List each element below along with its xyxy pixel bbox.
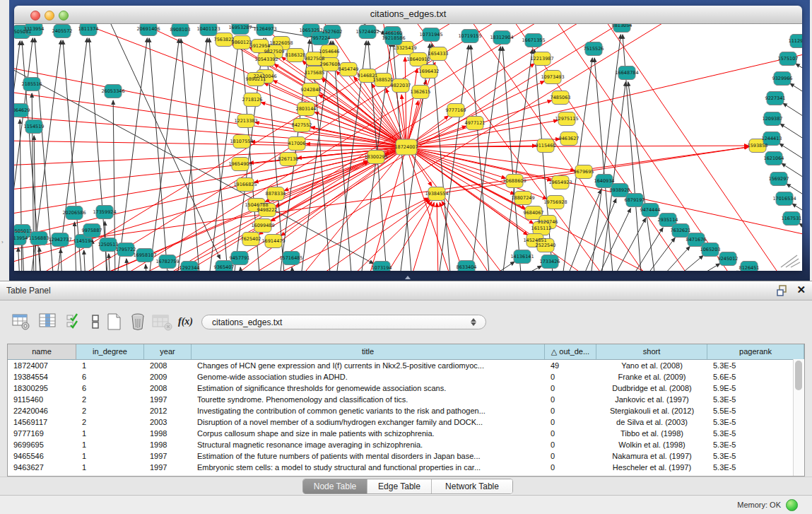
graph-edge[interactable] (18, 247, 20, 271)
table-cell: 5.9E-5 (707, 382, 804, 394)
table-selector-dropdown[interactable]: citations_edges.txt (201, 315, 486, 329)
graph-edge[interactable] (181, 39, 200, 271)
graph-edge[interactable] (562, 58, 592, 271)
table-row[interactable]: 977716911998Corpus callosum shape and si… (8, 428, 804, 439)
table-row[interactable]: 1938455462009Genome-wide association stu… (8, 371, 804, 382)
paired-view-icon[interactable] (86, 312, 106, 332)
graph-edge[interactable] (297, 147, 406, 271)
table-cell: Jankovic et al. (1997) (596, 394, 707, 405)
float-panel-icon[interactable] (777, 285, 788, 296)
table-cell: 1 (76, 428, 144, 439)
tab-network-table[interactable]: Network Table (432, 479, 512, 493)
table-row[interactable]: 946362711997Embryonic stem cells: a mode… (8, 462, 804, 473)
graph-edge[interactable] (629, 228, 663, 271)
graph-edge[interactable] (780, 124, 802, 153)
table-cell: 18724007 (8, 360, 76, 371)
graph-edge[interactable] (14, 141, 406, 147)
graph-node-label: 9827508 (305, 56, 325, 62)
graph-edge[interactable] (790, 83, 802, 112)
table-row[interactable]: 1872400712008Changes of HCN gene express… (8, 360, 804, 371)
table-cell: 1 (76, 360, 144, 371)
graph-node-label: 19218586 (382, 35, 405, 41)
table-row[interactable]: 2242004622012Investigating the contribut… (8, 405, 804, 416)
table-cell: 0 (545, 394, 596, 405)
network-canvas[interactable]: 1872400718226058982750981863289827508105… (14, 24, 802, 271)
column-header-4[interactable]: △ out_de... (545, 344, 596, 359)
table-panel-titlebar: Table Panel ✕ (0, 281, 812, 300)
column-header-5[interactable]: short (596, 344, 707, 359)
table-row[interactable]: 1830029562008Estimation of significance … (8, 382, 804, 394)
table-row[interactable]: 946554611997Estimation of the future num… (8, 450, 804, 462)
graph-node-label: 1112905 (789, 38, 802, 44)
graph-edge[interactable] (155, 24, 594, 271)
graph-edge[interactable] (117, 38, 147, 271)
graph-edge[interactable] (657, 247, 690, 271)
graph-edge[interactable] (410, 24, 608, 271)
graph-node-label: 7632621 (671, 228, 691, 233)
graph-edge[interactable] (146, 264, 147, 271)
table-cell: Disruption of a novel member of a sodium… (192, 416, 545, 428)
graph-node-label: 16648784 (615, 70, 638, 76)
table-row[interactable]: 1456911722003Disruption of a novel membe… (8, 416, 804, 428)
table-scrollbar-thumb[interactable] (795, 361, 802, 390)
table-cell: Estimation of the future numbers of pati… (192, 450, 545, 462)
graph-edge[interactable] (93, 240, 94, 271)
graph-edge[interactable] (551, 24, 735, 271)
table-scrollbar[interactable] (793, 359, 804, 476)
column-header-2[interactable]: year (144, 344, 192, 359)
graph-edge[interactable] (406, 147, 594, 271)
table-cell: 5.5E-5 (707, 405, 804, 416)
graph-edge[interactable] (410, 202, 434, 271)
column-header-0[interactable]: name (8, 344, 76, 359)
graph-edge[interactable] (84, 250, 86, 271)
graph-edge[interactable] (261, 103, 406, 147)
graph-edge[interactable] (783, 103, 802, 132)
graph-edge[interactable] (437, 203, 438, 271)
graph-edge[interactable] (799, 223, 802, 252)
graph-edge[interactable] (511, 266, 542, 271)
graph-edge[interactable] (796, 64, 802, 93)
graph-node-label: 2185516 (22, 81, 42, 87)
tab-node-table[interactable]: Node Table (303, 479, 367, 493)
delete-column-icon[interactable] (129, 312, 148, 332)
graph-edge[interactable] (61, 249, 62, 271)
column-header-3[interactable]: title (192, 344, 545, 359)
splitter-handle-icon[interactable] (405, 276, 411, 279)
application-window: › citations_edges.txt 187240071822605898… (0, 0, 812, 514)
graph-node-label: 9245012 (718, 256, 739, 262)
graph-edge[interactable] (406, 147, 452, 271)
graph-edge[interactable] (126, 259, 128, 271)
column-header-1[interactable]: in_degree (76, 344, 144, 359)
graph-edge[interactable] (148, 39, 179, 271)
graph-edge[interactable] (149, 38, 168, 271)
delete-table-icon (151, 312, 171, 332)
graph-node-label: 8427552 (292, 122, 312, 128)
show-columns-icon[interactable] (38, 312, 58, 332)
graph-edge[interactable] (208, 37, 239, 271)
graph-edge[interactable] (292, 267, 293, 271)
close-panel-icon[interactable]: ✕ (796, 284, 806, 296)
graph-edge[interactable] (14, 147, 406, 215)
table-cell: 5.3E-5 (707, 394, 804, 405)
network-window-titlebar[interactable]: citations_edges.txt (14, 6, 802, 24)
graph-node-label: 13325419 (393, 45, 416, 51)
graph-node-label: 26053346 (101, 88, 124, 94)
table-options-icon[interactable] (11, 312, 31, 332)
column-header-6[interactable]: pagerank (707, 344, 804, 359)
graph-edge[interactable] (255, 122, 406, 147)
graph-edge[interactable] (581, 199, 616, 271)
new-column-icon[interactable] (105, 312, 124, 332)
graph-node-label: 7957224 (310, 35, 331, 41)
table-row[interactable]: 911546021997Tourette syndrome. Phenomeno… (8, 394, 804, 405)
graph-node-label: 1154519 (24, 124, 45, 129)
table-cell: 5.3E-5 (707, 439, 804, 450)
tab-edge-table[interactable]: Edge Table (367, 479, 432, 493)
graph-edge[interactable] (109, 254, 110, 271)
collapsed-control-panel-strip[interactable]: › (0, 0, 10, 281)
table-row[interactable]: 969969511998Structural magnetic resonanc… (8, 439, 804, 450)
graph-edge[interactable] (689, 264, 720, 271)
panel-expand-handle-icon[interactable]: › (1, 239, 4, 245)
row-selection-icon[interactable] (65, 312, 85, 332)
network-view-window[interactable]: citations_edges.txt 18724007182260589827… (14, 6, 802, 270)
function-builder-icon[interactable]: f(x) (178, 312, 198, 336)
